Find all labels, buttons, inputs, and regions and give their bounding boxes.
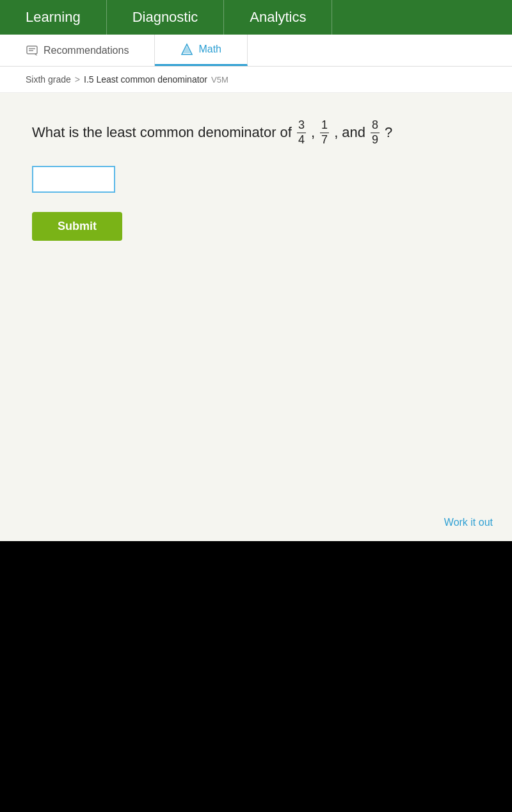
breadcrumb-topic: I.5 Least common denominator [84, 74, 207, 85]
fraction-1-denominator: 4 [297, 133, 306, 147]
black-area [0, 541, 512, 812]
svg-rect-0 [27, 46, 37, 54]
nav-diagnostic-label: Diagnostic [132, 9, 198, 26]
main-content: What is the least common denominator of … [0, 93, 512, 541]
math-icon [180, 43, 193, 56]
nav-analytics[interactable]: Analytics [224, 0, 332, 35]
comma-1: , [311, 123, 315, 143]
fraction-2-numerator: 1 [320, 118, 329, 133]
nav-learning[interactable]: Learning [0, 0, 107, 35]
nav-analytics-label: Analytics [250, 9, 306, 26]
question-text: What is the least common denominator of … [32, 118, 480, 147]
fraction-1: 3 4 [297, 118, 306, 147]
nav-diagnostic[interactable]: Diagnostic [107, 0, 225, 35]
fraction-3-denominator: 9 [371, 133, 380, 147]
nav-math[interactable]: Math [155, 35, 248, 66]
work-it-out-link[interactable]: Work it out [444, 517, 493, 528]
work-it-out-label: Work it out [444, 517, 493, 528]
breadcrumb-grade: Sixth grade [26, 74, 71, 85]
fraction-3: 8 9 [371, 118, 380, 147]
top-navigation: Learning Diagnostic Analytics [0, 0, 512, 35]
second-navigation: Recommendations Math [0, 35, 512, 67]
fraction-3-numerator: 8 [371, 118, 380, 133]
math-label: Math [198, 44, 221, 55]
question-suffix: ? [385, 123, 392, 143]
recommendations-icon [26, 44, 38, 57]
conjunction: and [342, 123, 365, 143]
fraction-1-numerator: 3 [297, 118, 306, 133]
nav-recommendations[interactable]: Recommendations [0, 35, 155, 66]
question-prefix: What is the least common denominator of [32, 123, 292, 143]
submit-label: Submit [58, 220, 97, 232]
fraction-2-denominator: 7 [320, 133, 329, 147]
breadcrumb-code: V5M [211, 75, 228, 85]
submit-button[interactable]: Submit [32, 212, 122, 241]
breadcrumb: Sixth grade > I.5 Least common denominat… [0, 67, 512, 93]
recommendations-label: Recommendations [44, 45, 129, 56]
fraction-2: 1 7 [320, 118, 329, 147]
answer-input[interactable] [32, 166, 115, 193]
comma-2: , [334, 123, 338, 143]
nav-learning-label: Learning [26, 9, 81, 26]
breadcrumb-arrow: > [75, 74, 80, 85]
